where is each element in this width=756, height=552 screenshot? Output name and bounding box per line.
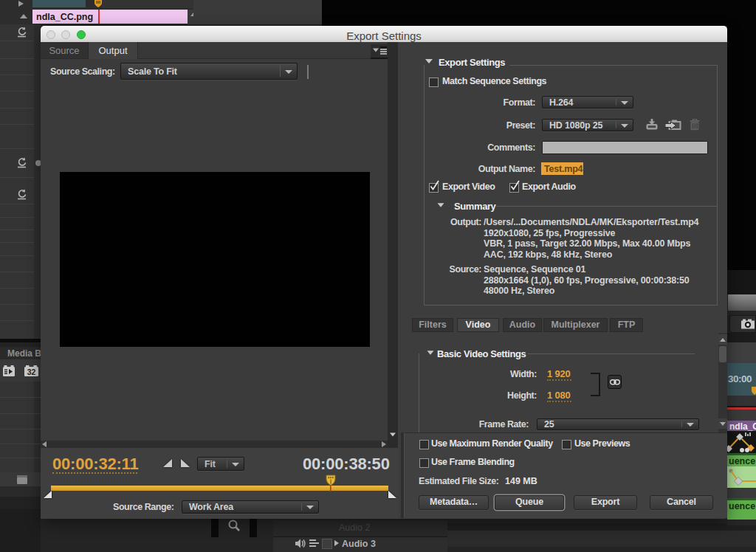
- svg-text:32: 32: [27, 368, 36, 376]
